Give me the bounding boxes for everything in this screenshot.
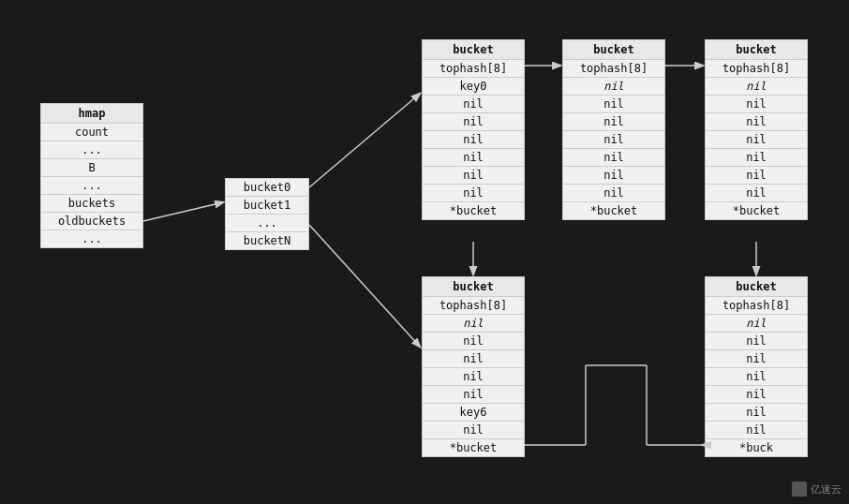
bb1-key6: key6 <box>423 404 524 422</box>
bt1-nil4: nil <box>423 149 524 167</box>
bt1-nil3: nil <box>423 131 524 149</box>
bb1-tophash: tophash[8] <box>423 297 524 315</box>
bb2-tophash: tophash[8] <box>706 297 807 315</box>
svg-line-0 <box>143 202 223 221</box>
bb1-nil-italic: nil <box>423 315 524 333</box>
bt3-nil-italic: nil <box>706 78 807 96</box>
svg-line-1 <box>309 94 420 187</box>
bt3-nil4: nil <box>706 149 807 167</box>
bt1-title: bucket <box>423 40 524 60</box>
bt1-bucket: *bucket <box>423 202 524 219</box>
watermark-icon <box>792 482 807 497</box>
bt2-bucket: *bucket <box>563 202 664 219</box>
bt2-nil5: nil <box>563 167 664 185</box>
bt2-title: bucket <box>563 40 664 60</box>
bb1-nil1: nil <box>423 333 524 350</box>
bt1-nil1: nil <box>423 96 524 113</box>
bb2-nil3: nil <box>706 368 807 386</box>
ba-bucket1: bucket1 <box>226 197 308 215</box>
bt2-nil-italic: nil <box>563 78 664 96</box>
bucket-top-1: bucket tophash[8] key0 nil nil nil nil n… <box>422 39 525 220</box>
bb2-bucket: *buck <box>706 439 807 456</box>
bb1-title: bucket <box>423 277 524 297</box>
bb1-nil2: nil <box>423 350 524 368</box>
ba-bucket0: bucket0 <box>226 179 308 197</box>
hmap-row-buckets: buckets <box>41 195 142 213</box>
bucket-array: bucket0 bucket1 ... bucketN <box>225 178 309 250</box>
hmap-row-count: count <box>41 124 142 141</box>
bb1-nil5: nil <box>423 422 524 439</box>
bt3-bucket: *bucket <box>706 202 807 219</box>
bb2-nil-italic: nil <box>706 315 807 333</box>
hmap-row-dots1: ... <box>41 141 142 159</box>
bucket-top-3: bucket tophash[8] nil nil nil nil nil ni… <box>705 39 808 220</box>
bt2-nil6: nil <box>563 185 664 202</box>
bt1-key0: key0 <box>423 78 524 96</box>
hmap-struct: hmap count ... B ... buckets oldbuckets … <box>40 103 143 248</box>
hmap-row-dots2: ... <box>41 177 142 195</box>
bb2-nil1: nil <box>706 333 807 350</box>
bb2-nil4: nil <box>706 386 807 404</box>
bucket-top-2: bucket tophash[8] nil nil nil nil nil ni… <box>562 39 665 220</box>
bt1-tophash: tophash[8] <box>423 60 524 78</box>
bt3-nil6: nil <box>706 185 807 202</box>
bb2-nil5: nil <box>706 404 807 422</box>
bb2-nil6: nil <box>706 422 807 439</box>
bb2-title: bucket <box>706 277 807 297</box>
bt3-nil2: nil <box>706 113 807 131</box>
bt3-tophash: tophash[8] <box>706 60 807 78</box>
bt3-nil5: nil <box>706 167 807 185</box>
bb2-nil2: nil <box>706 350 807 368</box>
bb1-bucket: *bucket <box>423 439 524 456</box>
hmap-row-oldbuckets: oldbuckets <box>41 213 142 230</box>
ba-bucketn: bucketN <box>226 232 308 249</box>
bt2-tophash: tophash[8] <box>563 60 664 78</box>
watermark-text: 亿速云 <box>811 482 842 497</box>
hmap-title: hmap <box>41 104 142 124</box>
watermark: 亿速云 <box>792 482 842 497</box>
bt2-nil2: nil <box>563 113 664 131</box>
hmap-row-dots3: ... <box>41 230 142 247</box>
svg-line-4 <box>309 225 420 347</box>
bt2-nil3: nil <box>563 131 664 149</box>
diagram-container: hmap count ... B ... buckets oldbuckets … <box>0 0 849 504</box>
bt2-nil4: nil <box>563 149 664 167</box>
bt2-nil1: nil <box>563 96 664 113</box>
bb1-nil3: nil <box>423 368 524 386</box>
bt3-title: bucket <box>706 40 807 60</box>
bucket-bot-2: bucket tophash[8] nil nil nil nil nil ni… <box>705 276 808 457</box>
bb1-nil4: nil <box>423 386 524 404</box>
bt1-nil5: nil <box>423 167 524 185</box>
bt3-nil1: nil <box>706 96 807 113</box>
bt3-nil3: nil <box>706 131 807 149</box>
bt1-nil2: nil <box>423 113 524 131</box>
hmap-row-b: B <box>41 159 142 177</box>
ba-dots: ... <box>226 215 308 232</box>
bt1-nil6: nil <box>423 185 524 202</box>
bucket-bot-1: bucket tophash[8] nil nil nil nil nil ke… <box>422 276 525 457</box>
